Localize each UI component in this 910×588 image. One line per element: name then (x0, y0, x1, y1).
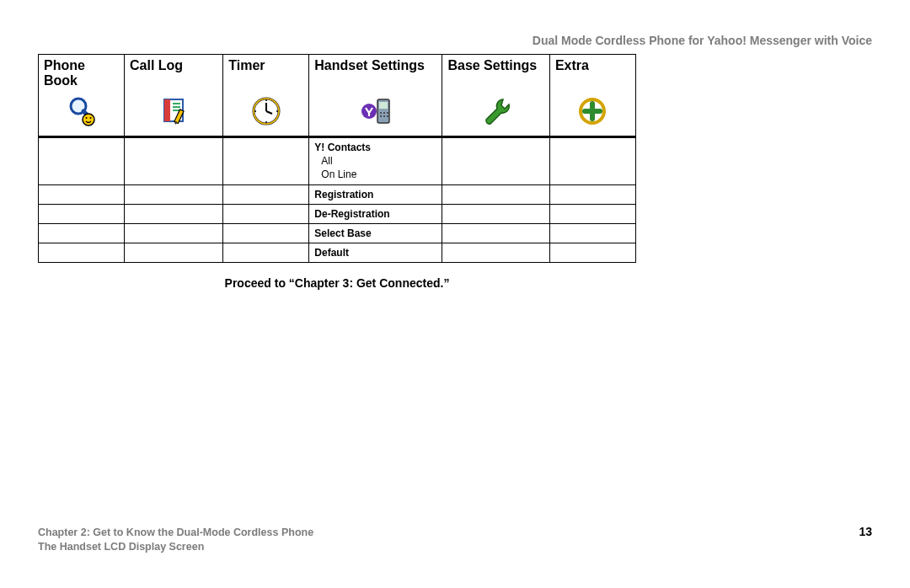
clock-icon (249, 116, 283, 131)
svg-point-26 (380, 115, 382, 117)
svg-point-4 (89, 117, 91, 119)
svg-point-24 (383, 112, 385, 114)
table-row: Registration (39, 184, 636, 204)
svg-point-23 (380, 112, 382, 114)
page-number: 13 (859, 525, 872, 538)
table-icon-row (39, 90, 636, 137)
col-header-timer: Timer (223, 55, 309, 91)
cell-main: Y! Contacts (314, 142, 371, 153)
yahoo-phone-icon (359, 116, 393, 131)
cell-main: De-Registration (314, 208, 389, 220)
magnifier-smiley-icon (65, 116, 99, 131)
cell-main: Default (314, 247, 349, 259)
cell-sub: All (314, 154, 436, 168)
col-header-base-settings: Base Settings (442, 55, 550, 91)
cell-sub: On Line (314, 168, 436, 181)
wrench-icon (479, 116, 513, 131)
plus-circle-icon (575, 116, 609, 131)
table-row: Default (39, 243, 636, 263)
svg-point-19 (254, 110, 256, 112)
col-header-handset-settings: Handset Settings (309, 55, 442, 91)
svg-point-3 (85, 117, 87, 119)
page-footer: Chapter 2: Get to Know the Dual-Mode Cor… (38, 525, 872, 554)
svg-point-2 (83, 114, 94, 126)
table-row: Y! Contacts All On Line (39, 137, 636, 185)
proceed-note: Proceed to “Chapter 3: Get Connected.” (38, 276, 636, 290)
document-header: Dual Mode Cordless Phone for Yahoo! Mess… (38, 34, 872, 47)
cell-main: Select Base (314, 227, 371, 239)
svg-point-25 (387, 112, 388, 114)
svg-point-20 (361, 104, 377, 119)
svg-rect-6 (164, 99, 170, 121)
svg-point-27 (383, 115, 385, 117)
col-header-phone-book: Phone Book (39, 55, 125, 91)
footer-chapter: Chapter 2: Get to Know the Dual-Mode Cor… (38, 526, 313, 540)
footer-section: The Handset LCD Display Screen (38, 540, 313, 554)
svg-point-18 (265, 121, 267, 123)
cell-main: Registration (314, 189, 373, 200)
note-pencil-icon (157, 116, 190, 131)
col-header-call-log: Call Log (125, 55, 223, 91)
col-header-extra: Extra (549, 55, 635, 91)
svg-point-16 (265, 99, 267, 101)
table-row: De-Registration (39, 204, 636, 223)
table-row: Select Base (39, 223, 636, 243)
svg-point-17 (276, 110, 278, 112)
table-header-row: Phone Book Call Log Timer Handset Settin… (39, 55, 636, 91)
svg-rect-22 (379, 102, 388, 109)
menu-table: Phone Book Call Log Timer Handset Settin… (38, 54, 636, 263)
svg-point-28 (387, 115, 388, 117)
